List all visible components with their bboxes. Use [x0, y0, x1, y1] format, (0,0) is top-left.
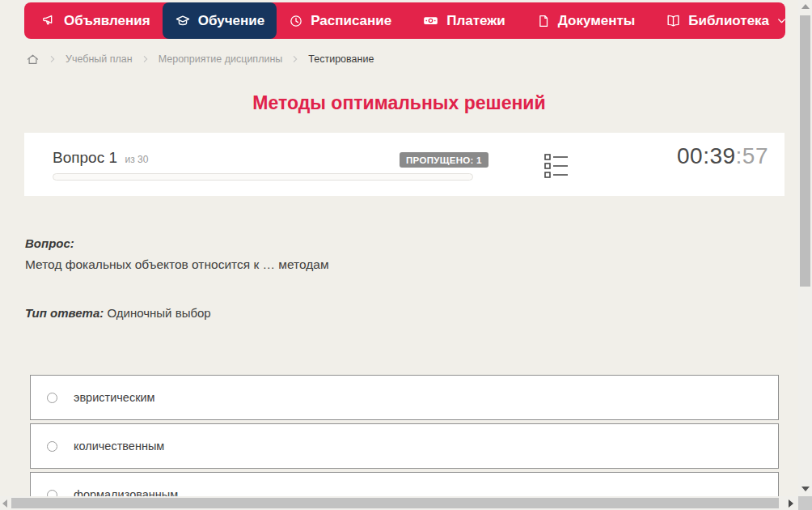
radio-button[interactable] — [47, 490, 57, 497]
nav-item-library[interactable]: Библиотека — [653, 2, 798, 39]
radio-button[interactable] — [47, 393, 57, 403]
answer-option[interactable]: количественным — [30, 423, 779, 469]
answer-option[interactable]: эвристическим — [30, 375, 779, 420]
breadcrumb-item-testing: Тестирование — [308, 53, 374, 65]
answer-type-line: Тип ответа: Одиночный выбор — [25, 306, 211, 320]
vertical-scrollbar-thumb[interactable] — [800, 15, 810, 287]
clock-icon — [289, 14, 303, 28]
question-counter: Вопрос 1 из 30 — [53, 149, 148, 167]
chevron-down-icon — [776, 15, 787, 26]
nav-item-announcements[interactable]: Объявления — [29, 2, 163, 39]
nav-item-learning[interactable]: Обучение — [163, 2, 277, 39]
nav-item-schedule[interactable]: Расписание — [277, 2, 404, 39]
quiz-progress-bar — [53, 173, 473, 181]
nav-item-label: Расписание — [311, 13, 391, 29]
banknote-icon — [422, 12, 439, 29]
answer-type-value: Одиночный выбор — [107, 306, 210, 320]
nav-item-label: Платежи — [446, 13, 505, 29]
horizontal-scrollbar[interactable] — [0, 496, 798, 510]
answer-type-label: Тип ответа: — [25, 306, 104, 320]
scroll-down-arrow-icon[interactable] — [801, 487, 810, 491]
breadcrumb: Учебный план Мероприятие дисциплины Тест… — [26, 51, 374, 67]
nav-item-label: Обучение — [198, 13, 264, 29]
megaphone-icon — [41, 13, 57, 28]
nav-item-payments[interactable]: Платежи — [410, 2, 518, 39]
answer-option[interactable]: формализованным — [30, 472, 779, 496]
timer-hours-minutes: 00:39 — [677, 143, 736, 168]
nav-item-label: Объявления — [64, 13, 150, 29]
chevron-right-icon — [291, 55, 299, 63]
radio-button[interactable] — [47, 441, 57, 452]
scroll-left-arrow-icon[interactable] — [2, 499, 7, 508]
graduation-cap-icon — [175, 13, 191, 29]
nav-item-label: Библиотека — [688, 13, 769, 29]
answer-option-label: эвристическим — [74, 391, 155, 404]
question-text: Метод фокальных объектов относится к … м… — [25, 257, 329, 272]
breadcrumb-item-curriculum[interactable]: Учебный план — [66, 53, 133, 65]
timer-seconds: :57 — [736, 143, 768, 168]
breadcrumb-item-discipline-event[interactable]: Мероприятие дисциплины — [159, 53, 283, 65]
answer-option-label: количественным — [74, 440, 164, 453]
scroll-right-arrow-icon[interactable] — [789, 499, 793, 508]
chevron-right-icon — [49, 55, 57, 63]
horizontal-scrollbar-thumb[interactable] — [11, 498, 779, 508]
scrollbar-corner — [798, 496, 812, 510]
question-list-icon[interactable] — [543, 152, 569, 183]
chevron-right-icon — [142, 55, 150, 63]
scroll-up-arrow-icon[interactable] — [801, 4, 810, 9]
question-number: Вопрос 1 — [53, 149, 117, 166]
nav-item-label: Документы — [558, 13, 636, 29]
page-title: Методы оптимальных решений — [0, 92, 798, 114]
timer: 00:39:57 — [677, 143, 768, 169]
page-content: Объявления Обучение Расписание Платежи — [0, 0, 798, 496]
skipped-badge: ПРОПУЩЕНО: 1 — [400, 152, 488, 168]
nav-item-documents[interactable]: Документы — [524, 2, 648, 39]
top-navigation: Объявления Обучение Расписание Платежи — [24, 2, 785, 39]
quiz-header-panel: Вопрос 1 из 30 ПРОПУЩЕНО: 1 00:39:57 — [24, 133, 785, 196]
question-label: Вопрос: — [25, 236, 74, 250]
home-icon[interactable] — [26, 53, 40, 66]
book-icon — [666, 13, 681, 28]
question-total: из 30 — [125, 154, 148, 165]
vertical-scrollbar[interactable] — [798, 0, 812, 496]
answer-option-label: формализованным — [74, 488, 178, 496]
document-icon — [536, 14, 551, 28]
